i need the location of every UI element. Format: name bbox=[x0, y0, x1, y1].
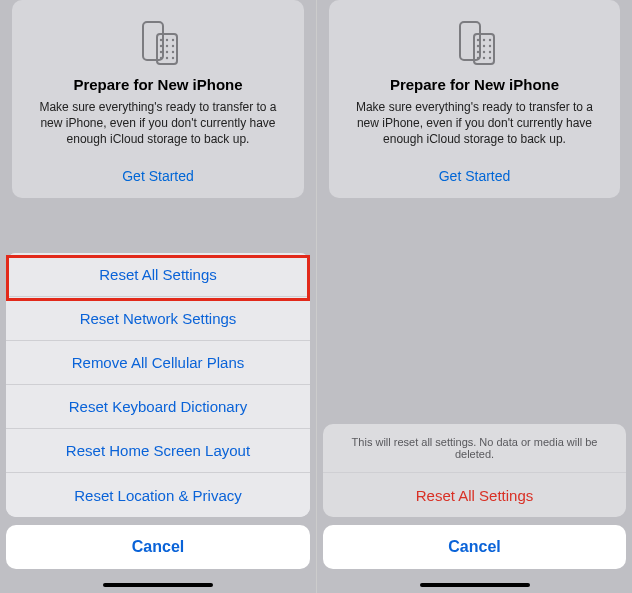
confirm-reset-button[interactable]: Reset All Settings bbox=[323, 473, 626, 517]
reset-location-privacy-option[interactable]: Reset Location & Privacy bbox=[6, 473, 310, 517]
svg-point-22 bbox=[476, 51, 478, 53]
svg-point-7 bbox=[172, 45, 174, 47]
card-title: Prepare for New iPhone bbox=[343, 76, 606, 93]
reset-network-settings-option[interactable]: Reset Network Settings bbox=[6, 297, 310, 341]
svg-point-10 bbox=[172, 51, 174, 53]
svg-point-4 bbox=[172, 39, 174, 41]
home-indicator bbox=[103, 583, 213, 587]
card-description: Make sure everything's ready to transfer… bbox=[343, 99, 606, 148]
reset-action-sheet: Reset All Settings Reset Network Setting… bbox=[0, 253, 316, 593]
svg-point-13 bbox=[172, 57, 174, 59]
svg-point-24 bbox=[488, 51, 490, 53]
svg-point-26 bbox=[482, 57, 484, 59]
svg-point-2 bbox=[160, 39, 162, 41]
confirm-group: This will reset all settings. No data or… bbox=[323, 424, 626, 517]
svg-point-5 bbox=[160, 45, 162, 47]
svg-point-6 bbox=[166, 45, 168, 47]
svg-point-9 bbox=[166, 51, 168, 53]
prepare-card: Prepare for New iPhone Make sure everyth… bbox=[329, 0, 620, 198]
home-indicator bbox=[420, 583, 530, 587]
svg-point-3 bbox=[166, 39, 168, 41]
screen-reset-options: Prepare for New iPhone Make sure everyth… bbox=[0, 0, 316, 593]
get-started-link[interactable]: Get Started bbox=[26, 168, 290, 184]
confirm-message: This will reset all settings. No data or… bbox=[323, 424, 626, 473]
svg-point-27 bbox=[488, 57, 490, 59]
card-description: Make sure everything's ready to transfer… bbox=[26, 99, 290, 148]
svg-point-16 bbox=[476, 39, 478, 41]
svg-point-11 bbox=[160, 57, 162, 59]
reset-keyboard-dictionary-option[interactable]: Reset Keyboard Dictionary bbox=[6, 385, 310, 429]
phone-transfer-icon bbox=[448, 18, 502, 68]
svg-rect-14 bbox=[460, 22, 480, 60]
confirm-action-sheet: This will reset all settings. No data or… bbox=[317, 424, 632, 593]
svg-point-8 bbox=[160, 51, 162, 53]
reset-options-group: Reset All Settings Reset Network Setting… bbox=[6, 253, 310, 517]
prepare-card: Prepare for New iPhone Make sure everyth… bbox=[12, 0, 304, 198]
svg-point-19 bbox=[476, 45, 478, 47]
svg-point-20 bbox=[482, 45, 484, 47]
svg-point-12 bbox=[166, 57, 168, 59]
reset-all-settings-option[interactable]: Reset All Settings bbox=[6, 253, 310, 297]
svg-rect-0 bbox=[143, 22, 163, 60]
get-started-link[interactable]: Get Started bbox=[343, 168, 606, 184]
cancel-button[interactable]: Cancel bbox=[6, 525, 310, 569]
screen-confirm-reset: Prepare for New iPhone Make sure everyth… bbox=[316, 0, 632, 593]
cancel-button[interactable]: Cancel bbox=[323, 525, 626, 569]
card-title: Prepare for New iPhone bbox=[26, 76, 290, 93]
remove-cellular-plans-option[interactable]: Remove All Cellular Plans bbox=[6, 341, 310, 385]
svg-point-25 bbox=[476, 57, 478, 59]
svg-point-23 bbox=[482, 51, 484, 53]
reset-home-screen-option[interactable]: Reset Home Screen Layout bbox=[6, 429, 310, 473]
phone-transfer-icon bbox=[131, 18, 185, 68]
svg-point-17 bbox=[482, 39, 484, 41]
svg-point-21 bbox=[488, 45, 490, 47]
svg-point-18 bbox=[488, 39, 490, 41]
